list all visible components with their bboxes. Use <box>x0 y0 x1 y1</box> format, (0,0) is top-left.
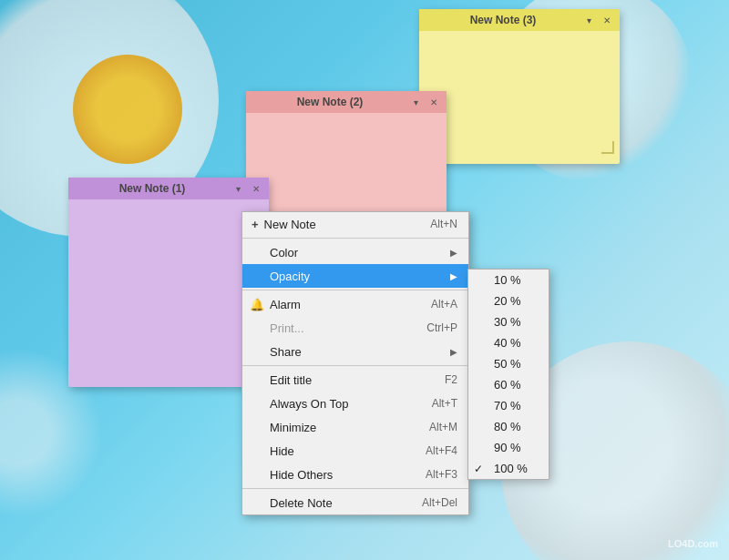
note-2-controls: ▾ ✕ <box>408 95 441 109</box>
opacity-item-20[interactable]: 20 % <box>468 290 549 311</box>
menu-item-shortcut-alarm: Alt+A <box>431 298 457 311</box>
note-1-controls: ▾ ✕ <box>231 181 263 196</box>
opacity-item-80[interactable]: 80 % <box>468 416 549 437</box>
menu-item-label-color: Color <box>270 246 450 260</box>
opacity-item-40[interactable]: 40 % <box>468 332 549 353</box>
menu-separator <box>242 238 468 239</box>
plus-icon: + <box>252 218 259 231</box>
menu-item-new-note[interactable]: +New NoteAlt+N <box>242 212 468 236</box>
note-2: New Note (2) ▾ ✕ <box>246 91 447 228</box>
opacity-label-20: 20 % <box>494 294 521 308</box>
opacity-submenu: 10 %20 %30 %40 %50 %60 %70 %80 %90 %✓100… <box>467 269 549 480</box>
menu-item-shortcut-print: Ctrl+P <box>426 321 457 334</box>
note-3-close-btn[interactable]: ✕ <box>600 13 614 27</box>
opacity-label-90: 90 % <box>494 441 521 454</box>
note-1-title: New Note (1) <box>74 182 231 195</box>
menu-item-minimize[interactable]: MinimizeAlt+M <box>242 415 468 439</box>
menu-item-label-opacity: Opacity <box>270 270 450 283</box>
opacity-item-90[interactable]: 90 % <box>468 437 549 458</box>
menu-item-shortcut-hide-others: Alt+F3 <box>426 468 457 481</box>
menu-item-share[interactable]: Share ▶ <box>242 340 468 363</box>
menu-item-label-always-on-top: Always On Top <box>270 397 432 411</box>
menu-item-shortcut-minimize: Alt+M <box>429 421 457 433</box>
note-3-controls: ▾ ✕ <box>581 13 614 27</box>
context-menu: +New NoteAlt+NColor ▶Opacity ▶🔔AlarmAlt+… <box>241 211 469 515</box>
opacity-item-60[interactable]: 60 % <box>468 374 549 395</box>
opacity-item-50[interactable]: 50 % <box>468 353 549 374</box>
note-2-titlebar: New Note (2) ▾ ✕ <box>246 91 447 113</box>
opacity-item-30[interactable]: 30 % <box>468 311 549 332</box>
menu-item-alarm[interactable]: 🔔AlarmAlt+A <box>242 292 468 316</box>
note-3-resize-handle <box>601 141 614 154</box>
note-3-title: New Note (3) <box>425 14 581 26</box>
opacity-label-30: 30 % <box>494 315 521 329</box>
menu-item-shortcut-new-note: Alt+N <box>430 218 457 230</box>
note-1-titlebar: New Note (1) ▾ ✕ <box>68 178 269 199</box>
menu-item-label-minimize: Minimize <box>270 421 429 434</box>
opacity-label-80: 80 % <box>494 420 521 433</box>
menu-item-label-print: Print... <box>270 321 426 335</box>
opacity-label-70: 70 % <box>494 399 521 412</box>
opacity-label-40: 40 % <box>494 336 521 350</box>
note-1-minimize-btn[interactable]: ▾ <box>231 181 245 196</box>
note-1: New Note (1) ▾ ✕ <box>68 178 269 387</box>
menu-item-label-new-note: New Note <box>264 218 431 231</box>
menu-item-label-share: Share <box>270 345 450 359</box>
menu-item-arrow-opacity: ▶ <box>450 271 457 281</box>
note-2-title: New Note (2) <box>252 96 408 108</box>
menu-item-label-hide: Hide <box>270 444 426 458</box>
menu-item-print: Print...Ctrl+P <box>242 316 468 340</box>
note-3-titlebar: New Note (3) ▾ ✕ <box>419 9 620 31</box>
opacity-item-10[interactable]: 10 % <box>468 270 549 290</box>
menu-item-shortcut-delete-note: Alt+Del <box>422 496 457 509</box>
opacity-label-10: 10 % <box>494 273 521 287</box>
menu-item-arrow-share: ▶ <box>450 347 457 357</box>
menu-item-edit-title[interactable]: Edit titleF2 <box>242 368 468 392</box>
menu-item-shortcut-hide: Alt+F4 <box>426 444 457 457</box>
opacity-item-70[interactable]: 70 % <box>468 395 549 416</box>
checkmark-icon: ✓ <box>474 463 483 475</box>
opacity-label-100: 100 % <box>494 462 528 475</box>
opacity-label-60: 60 % <box>494 378 521 392</box>
opacity-item-100[interactable]: ✓100 % <box>468 458 549 479</box>
note-2-close-btn[interactable]: ✕ <box>426 95 441 109</box>
menu-item-arrow-color: ▶ <box>450 248 457 258</box>
watermark: LO4D.com <box>668 538 718 549</box>
flower-center-tl <box>73 55 182 164</box>
menu-separator <box>242 488 468 489</box>
menu-item-label-delete-note: Delete Note <box>270 496 422 510</box>
note-3-minimize-btn[interactable]: ▾ <box>581 13 596 27</box>
note-1-close-btn[interactable]: ✕ <box>249 181 263 196</box>
menu-item-delete-note[interactable]: Delete NoteAlt+Del <box>242 491 468 514</box>
menu-item-label-alarm: Alarm <box>270 298 431 311</box>
menu-item-hide[interactable]: HideAlt+F4 <box>242 439 468 463</box>
menu-item-always-on-top[interactable]: Always On TopAlt+T <box>242 392 468 415</box>
menu-item-color[interactable]: Color ▶ <box>242 240 468 264</box>
menu-item-opacity[interactable]: Opacity ▶ <box>242 264 468 288</box>
menu-separator <box>242 290 468 290</box>
note-2-minimize-btn[interactable]: ▾ <box>408 95 423 109</box>
menu-item-label-hide-others: Hide Others <box>270 468 426 482</box>
note-3: New Note (3) ▾ ✕ <box>419 9 620 164</box>
menu-item-label-edit-title: Edit title <box>270 373 445 387</box>
menu-item-hide-others[interactable]: Hide OthersAlt+F3 <box>242 463 468 486</box>
menu-separator <box>242 365 468 366</box>
opacity-label-50: 50 % <box>494 357 521 371</box>
menu-item-shortcut-always-on-top: Alt+T <box>432 397 457 410</box>
menu-item-shortcut-edit-title: F2 <box>445 373 457 386</box>
alarm-icon: 🔔 <box>250 298 264 311</box>
